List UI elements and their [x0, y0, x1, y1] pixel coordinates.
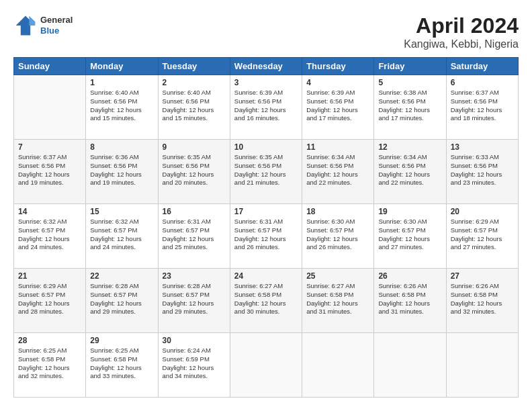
cell-info: Sunrise: 6:32 AM Sunset: 6:57 PM Dayligh… — [90, 218, 153, 252]
calendar-cell: 22Sunrise: 6:28 AM Sunset: 6:57 PM Dayli… — [86, 269, 158, 333]
cell-info: Sunrise: 6:37 AM Sunset: 6:56 PM Dayligh… — [18, 153, 81, 187]
calendar-cell: 20Sunrise: 6:29 AM Sunset: 6:57 PM Dayli… — [446, 204, 518, 269]
calendar-cell: 9Sunrise: 6:35 AM Sunset: 6:56 PM Daylig… — [158, 140, 230, 204]
cell-info: Sunrise: 6:25 AM Sunset: 6:58 PM Dayligh… — [90, 347, 153, 381]
calendar-cell: 19Sunrise: 6:30 AM Sunset: 6:57 PM Dayli… — [374, 204, 446, 269]
title-block: April 2024 Kangiwa, Kebbi, Nigeria — [404, 13, 519, 50]
calendar-cell: 21Sunrise: 6:29 AM Sunset: 6:57 PM Dayli… — [14, 269, 86, 333]
col-wednesday: Wednesday — [230, 58, 302, 75]
svg-marker-1 — [29, 16, 35, 26]
calendar-week-row: 28Sunrise: 6:25 AM Sunset: 6:58 PM Dayli… — [14, 333, 519, 398]
logo-text: General Blue — [40, 15, 73, 36]
calendar-week-row: 1Sunrise: 6:40 AM Sunset: 6:56 PM Daylig… — [14, 75, 519, 140]
day-number: 29 — [90, 336, 153, 345]
day-number: 12 — [378, 142, 441, 152]
calendar-week-row: 7Sunrise: 6:37 AM Sunset: 6:56 PM Daylig… — [14, 140, 519, 204]
day-number: 11 — [306, 142, 369, 152]
day-number: 17 — [234, 207, 298, 216]
day-number: 10 — [234, 142, 298, 152]
col-saturday: Saturday — [446, 58, 518, 75]
col-sunday: Sunday — [14, 58, 86, 75]
day-number: 24 — [234, 271, 298, 281]
calendar-cell — [302, 333, 374, 398]
day-number: 20 — [451, 207, 514, 216]
calendar-cell: 17Sunrise: 6:31 AM Sunset: 6:57 PM Dayli… — [230, 204, 302, 269]
logo-general: General — [40, 15, 73, 26]
day-number: 21 — [18, 271, 81, 281]
header: General Blue April 2024 Kangiwa, Kebbi, … — [13, 13, 519, 50]
cell-info: Sunrise: 6:24 AM Sunset: 6:59 PM Dayligh… — [163, 347, 226, 381]
cell-info: Sunrise: 6:28 AM Sunset: 6:57 PM Dayligh… — [90, 282, 153, 316]
calendar-cell: 29Sunrise: 6:25 AM Sunset: 6:58 PM Dayli… — [86, 333, 158, 398]
calendar-cell: 2Sunrise: 6:40 AM Sunset: 6:56 PM Daylig… — [158, 75, 230, 140]
calendar-cell: 24Sunrise: 6:27 AM Sunset: 6:58 PM Dayli… — [230, 269, 302, 333]
cell-info: Sunrise: 6:33 AM Sunset: 6:56 PM Dayligh… — [451, 153, 514, 187]
cell-info: Sunrise: 6:25 AM Sunset: 6:58 PM Dayligh… — [18, 347, 81, 381]
day-number: 13 — [451, 142, 514, 152]
calendar-cell: 12Sunrise: 6:34 AM Sunset: 6:56 PM Dayli… — [374, 140, 446, 204]
cell-info: Sunrise: 6:26 AM Sunset: 6:58 PM Dayligh… — [451, 282, 514, 316]
day-number: 8 — [90, 142, 153, 152]
logo-icon — [13, 13, 38, 38]
cell-info: Sunrise: 6:26 AM Sunset: 6:58 PM Dayligh… — [378, 282, 441, 316]
calendar-table: Sunday Monday Tuesday Wednesday Thursday… — [13, 57, 519, 398]
day-number: 18 — [306, 207, 369, 216]
cell-info: Sunrise: 6:31 AM Sunset: 6:57 PM Dayligh… — [234, 218, 298, 252]
day-number: 14 — [18, 207, 81, 216]
calendar-cell: 1Sunrise: 6:40 AM Sunset: 6:56 PM Daylig… — [86, 75, 158, 140]
cell-info: Sunrise: 6:35 AM Sunset: 6:56 PM Dayligh… — [163, 153, 226, 187]
calendar-cell: 14Sunrise: 6:32 AM Sunset: 6:57 PM Dayli… — [14, 204, 86, 269]
cell-info: Sunrise: 6:34 AM Sunset: 6:56 PM Dayligh… — [306, 153, 369, 187]
calendar-cell: 18Sunrise: 6:30 AM Sunset: 6:57 PM Dayli… — [302, 204, 374, 269]
logo: General Blue — [13, 13, 73, 38]
day-number: 16 — [163, 207, 226, 216]
calendar-cell: 3Sunrise: 6:39 AM Sunset: 6:56 PM Daylig… — [230, 75, 302, 140]
day-number: 2 — [163, 78, 226, 87]
day-number: 23 — [163, 271, 226, 281]
cell-info: Sunrise: 6:31 AM Sunset: 6:57 PM Dayligh… — [163, 218, 226, 252]
day-number: 6 — [451, 78, 514, 87]
calendar-cell: 27Sunrise: 6:26 AM Sunset: 6:58 PM Dayli… — [446, 269, 518, 333]
day-number: 26 — [378, 271, 441, 281]
calendar-subtitle: Kangiwa, Kebbi, Nigeria — [404, 38, 519, 50]
calendar-cell: 28Sunrise: 6:25 AM Sunset: 6:58 PM Dayli… — [14, 333, 86, 398]
calendar-cell: 10Sunrise: 6:35 AM Sunset: 6:56 PM Dayli… — [230, 140, 302, 204]
calendar-cell: 23Sunrise: 6:28 AM Sunset: 6:57 PM Dayli… — [158, 269, 230, 333]
cell-info: Sunrise: 6:28 AM Sunset: 6:57 PM Dayligh… — [163, 282, 226, 316]
cell-info: Sunrise: 6:35 AM Sunset: 6:56 PM Dayligh… — [234, 153, 298, 187]
calendar-cell: 16Sunrise: 6:31 AM Sunset: 6:57 PM Dayli… — [158, 204, 230, 269]
col-thursday: Thursday — [302, 58, 374, 75]
day-number: 22 — [90, 271, 153, 281]
day-number: 7 — [18, 142, 81, 152]
cell-info: Sunrise: 6:27 AM Sunset: 6:58 PM Dayligh… — [306, 282, 369, 316]
cell-info: Sunrise: 6:29 AM Sunset: 6:57 PM Dayligh… — [451, 218, 514, 252]
calendar-cell: 25Sunrise: 6:27 AM Sunset: 6:58 PM Dayli… — [302, 269, 374, 333]
page: General Blue April 2024 Kangiwa, Kebbi, … — [0, 0, 532, 411]
cell-info: Sunrise: 6:38 AM Sunset: 6:56 PM Dayligh… — [378, 89, 441, 123]
calendar-cell — [14, 75, 86, 140]
cell-info: Sunrise: 6:32 AM Sunset: 6:57 PM Dayligh… — [18, 218, 81, 252]
day-number: 4 — [306, 78, 369, 87]
day-number: 9 — [163, 142, 226, 152]
cell-info: Sunrise: 6:40 AM Sunset: 6:56 PM Dayligh… — [90, 89, 153, 123]
col-tuesday: Tuesday — [158, 58, 230, 75]
calendar-cell — [374, 333, 446, 398]
cell-info: Sunrise: 6:36 AM Sunset: 6:56 PM Dayligh… — [90, 153, 153, 187]
day-number: 27 — [451, 271, 514, 281]
calendar-cell: 26Sunrise: 6:26 AM Sunset: 6:58 PM Dayli… — [374, 269, 446, 333]
calendar-title: April 2024 — [404, 13, 519, 38]
calendar-cell: 8Sunrise: 6:36 AM Sunset: 6:56 PM Daylig… — [86, 140, 158, 204]
day-number: 3 — [234, 78, 298, 87]
day-number: 25 — [306, 271, 369, 281]
day-number: 28 — [18, 336, 81, 345]
calendar-cell: 30Sunrise: 6:24 AM Sunset: 6:59 PM Dayli… — [158, 333, 230, 398]
calendar-cell: 11Sunrise: 6:34 AM Sunset: 6:56 PM Dayli… — [302, 140, 374, 204]
calendar-cell: 4Sunrise: 6:39 AM Sunset: 6:56 PM Daylig… — [302, 75, 374, 140]
calendar-cell: 15Sunrise: 6:32 AM Sunset: 6:57 PM Dayli… — [86, 204, 158, 269]
logo-blue: Blue — [40, 26, 73, 36]
calendar-week-row: 21Sunrise: 6:29 AM Sunset: 6:57 PM Dayli… — [14, 269, 519, 333]
calendar-cell: 13Sunrise: 6:33 AM Sunset: 6:56 PM Dayli… — [446, 140, 518, 204]
cell-info: Sunrise: 6:29 AM Sunset: 6:57 PM Dayligh… — [18, 282, 81, 316]
calendar-week-row: 14Sunrise: 6:32 AM Sunset: 6:57 PM Dayli… — [14, 204, 519, 269]
day-number: 19 — [378, 207, 441, 216]
